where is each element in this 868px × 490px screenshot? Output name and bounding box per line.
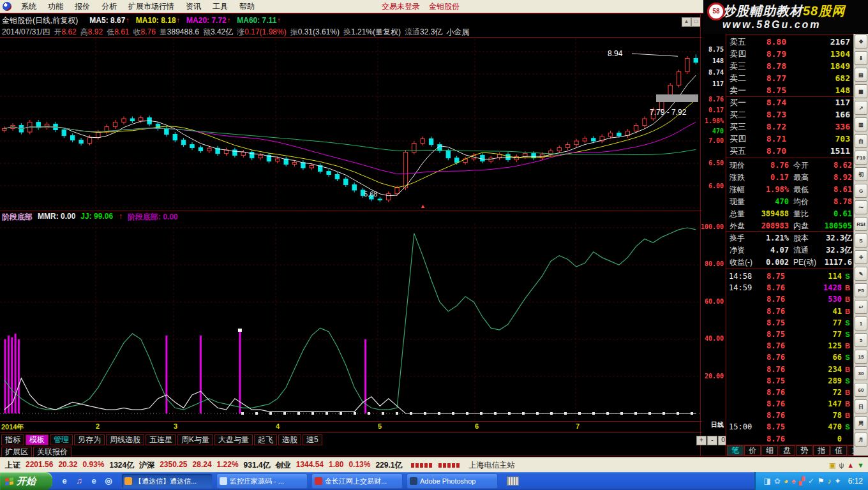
media-icon[interactable]: ♫ [73, 475, 85, 487]
menu-item[interactable]: 扩展市场行情 [123, 1, 180, 13]
subtab[interactable]: 关联报价 [33, 447, 71, 457]
period-60-button[interactable]: 60 [855, 383, 867, 397]
menu-item[interactable]: 分析 [96, 1, 123, 13]
quote-page-icon[interactable]: ▤ [855, 68, 867, 82]
info-value: 1.98% [754, 184, 790, 196]
g-icon[interactable]: G [855, 184, 867, 198]
info-label: 最高 [790, 172, 819, 184]
period-30-button[interactable]: 30 [855, 366, 867, 380]
keyboard-icon[interactable] [507, 477, 519, 486]
zoom-button[interactable]: + [696, 436, 707, 445]
pan-icon[interactable]: ✥ [855, 34, 867, 48]
stock-name: 金钼股份 [429, 1, 460, 12]
info-label: 涨跌 [726, 172, 754, 184]
menu-item[interactable]: 功能 [42, 1, 69, 13]
task-button[interactable]: Adobe Photoshop [407, 473, 498, 489]
edit-icon[interactable]: ✎ [855, 267, 867, 281]
menu-item[interactable]: 帮助 [234, 1, 260, 13]
refresh-icon[interactable]: ↩ [855, 300, 867, 314]
index-segment: 1.22% [217, 460, 239, 471]
tray-icon: ♪ [828, 477, 832, 486]
rsi-icon[interactable]: RSI [855, 217, 867, 231]
period-15-button[interactable]: 15 [855, 350, 867, 364]
period-day-button[interactable]: 日 [855, 399, 867, 413]
index-quotes: 上证2201.5620.320.93%1324亿沪深2350.2528.241.… [0, 460, 402, 471]
menu-item[interactable]: 报价 [69, 1, 96, 13]
f5-icon[interactable]: F5 [855, 283, 867, 297]
wave-icon[interactable]: 〜 [855, 200, 867, 214]
kline-icon[interactable]: ▥ [855, 117, 867, 131]
tab-速5[interactable]: 速5 [303, 434, 322, 445]
period-1-button[interactable]: 1 [855, 316, 867, 330]
info-label: 量 [160, 27, 167, 36]
menu-item[interactable]: 资讯 [180, 1, 207, 13]
tab-另存为[interactable]: 另存为 [74, 434, 105, 445]
tab-五连星[interactable]: 五连星 [146, 434, 176, 445]
quote-tab-细[interactable]: 细 [761, 445, 778, 456]
tick-price: 8.75 [754, 375, 785, 387]
start-button[interactable]: 开始 [0, 472, 52, 490]
menu-item[interactable]: 系统 [15, 1, 42, 13]
tab-大盘与量[interactable]: 大盘与量 [214, 434, 253, 445]
period-week-button[interactable]: 周 [855, 416, 867, 430]
tab-周线选股[interactable]: 周线选股 [106, 434, 144, 445]
index-segment: 1.80 [329, 460, 343, 471]
main-candle-chart[interactable]: 8.947.79 - 7.925.68▲ [0, 38, 700, 211]
quote-tab-盘[interactable]: 盘 [779, 445, 795, 456]
tick-flag: B [842, 293, 853, 305]
axis-month-label: 4 [276, 422, 280, 430]
info-segment: 涨0.17(1.98%) [237, 27, 286, 38]
tick-row: 8.76234B [726, 364, 853, 375]
task-button[interactable]: 监控庄家源码 - ... [216, 473, 308, 489]
task-button[interactable]: 金长江网上交易财... [311, 473, 403, 489]
svg-text:7.79 - 7.92: 7.79 - 7.92 [650, 108, 687, 117]
quote-tab-价[interactable]: 价 [744, 445, 761, 456]
tab-周K与量[interactable]: 周K与量 [177, 434, 213, 445]
tick-flag: B [842, 410, 853, 421]
axis-label: 1.98% [705, 117, 724, 124]
divider [726, 158, 853, 158]
move-icon[interactable]: ✛ [855, 250, 867, 264]
info-value: 8.92 [819, 172, 853, 184]
tab-指标[interactable]: 指标 [1, 434, 24, 445]
subtab[interactable]: 扩展区 [1, 447, 32, 457]
ie-icon[interactable]: e [59, 475, 70, 487]
quote-tab-值[interactable]: 值 [830, 445, 847, 456]
info-segment: 量389488.6 [160, 27, 199, 38]
s-icon[interactable]: S [855, 234, 867, 248]
task-button[interactable]: 【通达信】通达信... [121, 473, 213, 489]
up-arrow-icon: ↑ [177, 16, 181, 25]
indicator-tab-bar: 指标模板管理另存为周线选股五连星周K与量大盘与量起飞选股速5 [1, 434, 324, 445]
tab-模板[interactable]: 模板 [26, 434, 49, 445]
period-5-button[interactable]: 5 [855, 333, 867, 347]
f10-icon[interactable]: F10 [855, 151, 867, 165]
info-segment: 收8.76 [133, 27, 155, 38]
tab-选股[interactable]: 选股 [278, 434, 301, 445]
collapse-icon[interactable]: ▲ [682, 17, 691, 27]
tab-起飞[interactable]: 起飞 [254, 434, 277, 445]
indicator-chart[interactable] [0, 223, 700, 421]
scroll-down-icon[interactable]: ⬇ [855, 51, 867, 65]
info-value: 3.42亿 [211, 27, 233, 36]
quote-tab-指[interactable]: 指 [813, 445, 830, 456]
info-label: 高 [80, 27, 88, 36]
messenger-icon[interactable]: ◎ [103, 475, 114, 487]
table-icon[interactable]: ▦ [855, 84, 867, 98]
tab-管理[interactable]: 管理 [50, 434, 73, 445]
zoom-button[interactable]: - [707, 436, 717, 445]
info-icon[interactable]: 自 [855, 134, 867, 148]
trend-icon[interactable]: ↗ [855, 101, 867, 115]
tick-volume: 72 [785, 387, 842, 398]
maximize-icon[interactable]: □ [691, 17, 701, 27]
tick-time [726, 306, 754, 317]
info-value: 8.61 [114, 27, 129, 36]
time-axis: 2014年 234567 [0, 422, 700, 431]
tick-volume: 147 [785, 398, 842, 410]
period-month-button[interactable]: 月 [855, 433, 867, 447]
menu-item[interactable]: 工具 [207, 1, 234, 13]
browser-icon[interactable]: e [88, 475, 100, 487]
chu-icon[interactable]: 初 [855, 167, 867, 181]
quote-tab-笔[interactable]: 笔 [727, 445, 744, 456]
axis-month-label: 3 [174, 422, 177, 430]
quote-tab-势[interactable]: 势 [796, 445, 812, 456]
